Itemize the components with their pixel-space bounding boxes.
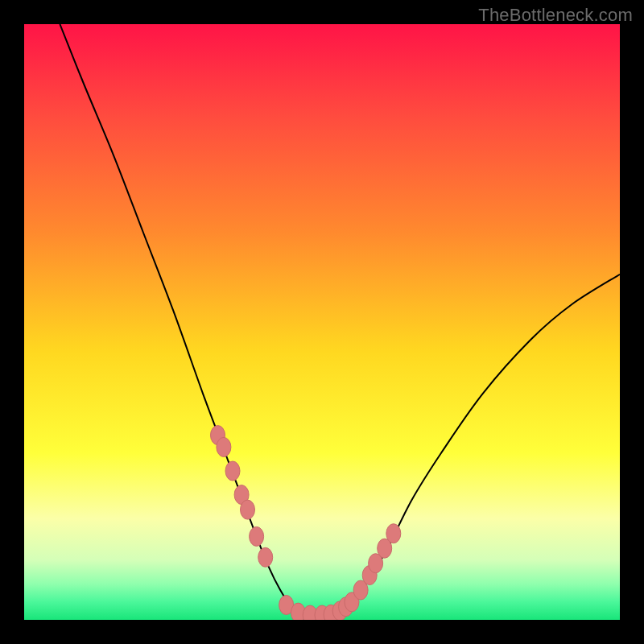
bottleneck-curve xyxy=(60,24,620,617)
curve-marker xyxy=(250,526,264,546)
curve-marker xyxy=(258,547,273,567)
curve-marker xyxy=(241,500,255,519)
attribution-label: TheBottleneck.com xyxy=(478,5,633,26)
curve-marker xyxy=(386,524,401,543)
curve-layer xyxy=(24,24,620,620)
chart-frame: TheBottleneck.com xyxy=(0,0,644,644)
marker-group xyxy=(211,426,401,620)
plot-area xyxy=(24,24,620,620)
curve-marker xyxy=(225,461,240,481)
curve-marker xyxy=(217,437,231,456)
